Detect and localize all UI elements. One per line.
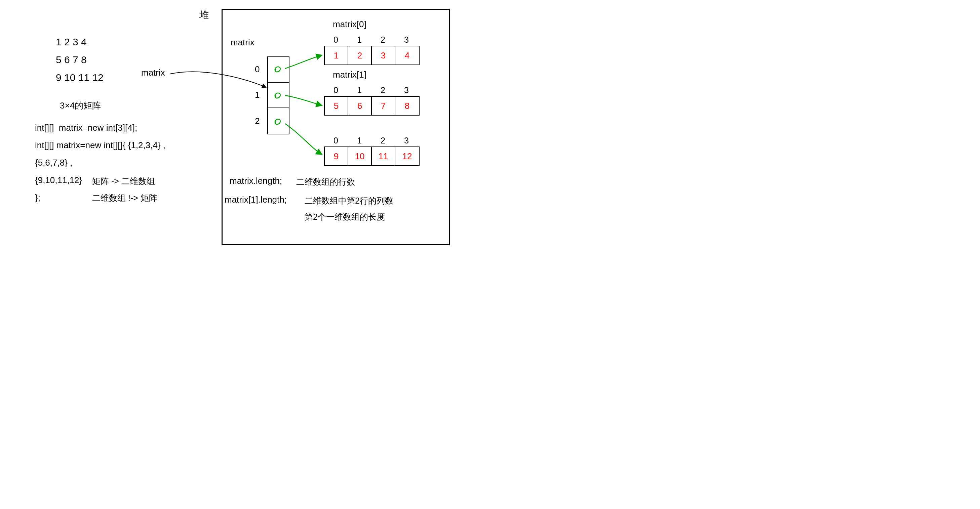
col-index: 3 xyxy=(395,85,418,95)
length-desc-3: 第2个一维数组的长度 xyxy=(305,211,385,223)
diagram-canvas: 堆 1 2 3 4 5 6 7 8 9 10 11 12 3×4的矩阵 int[… xyxy=(0,0,509,265)
row1-array: 5 6 7 8 xyxy=(324,96,420,116)
row1-indices: 0 1 2 3 xyxy=(324,85,418,95)
cell: 10 xyxy=(348,147,372,165)
matrix1-label: matrix[1] xyxy=(333,68,366,81)
row0-array: 1 2 3 4 xyxy=(324,46,420,65)
col-index: 3 xyxy=(395,35,418,45)
mapping-2: 二维数组 !-> 矩阵 xyxy=(92,192,158,204)
cell: 4 xyxy=(395,46,419,65)
cell: 7 xyxy=(372,97,395,115)
pointer-mark-icon xyxy=(273,91,283,100)
heap-title: 堆 xyxy=(199,8,209,22)
row0-indices: 0 1 2 3 xyxy=(324,35,418,45)
length-desc-2: 二维数组中第2行的列数 xyxy=(305,195,393,207)
cell: 6 xyxy=(348,97,372,115)
matrix-label-left: matrix xyxy=(141,67,165,79)
left-matrix-row-2: 9 10 11 12 xyxy=(56,71,103,85)
length-expr-2: matrix[1].length; xyxy=(224,193,287,206)
col-index: 2 xyxy=(371,136,395,146)
outer-index-1: 1 xyxy=(255,89,259,101)
col-index: 0 xyxy=(324,136,348,146)
matrix0-label: matrix[0] xyxy=(333,18,366,30)
left-matrix-row-1: 5 6 7 8 xyxy=(56,53,87,67)
cell: 11 xyxy=(372,147,395,165)
code-line-1: int[][] matrix=new int[3][4]; xyxy=(35,122,137,134)
col-index: 2 xyxy=(371,85,395,95)
length-desc-1: 二维数组的行数 xyxy=(296,176,355,188)
cell: 12 xyxy=(395,147,419,165)
col-index: 0 xyxy=(324,35,348,45)
cell: 9 xyxy=(325,147,348,165)
left-matrix-row-0: 1 2 3 4 xyxy=(56,35,87,49)
code-line-3: {5,6,7,8} , xyxy=(35,157,72,169)
dim-desc: 3×4的矩阵 xyxy=(60,100,101,111)
col-index: 0 xyxy=(324,85,348,95)
row2-array: 9 10 11 12 xyxy=(324,146,420,166)
cell: 8 xyxy=(395,97,419,115)
outer-index-2: 2 xyxy=(255,115,259,127)
row2-indices: 0 1 2 3 xyxy=(324,136,418,146)
col-index: 2 xyxy=(371,35,395,45)
code-line-5: }; xyxy=(35,192,40,204)
pointer-mark-icon xyxy=(273,65,283,73)
col-index: 1 xyxy=(348,136,371,146)
cell: 2 xyxy=(348,46,372,65)
cell: 5 xyxy=(325,97,348,115)
matrix-label-top: matrix xyxy=(231,36,255,48)
length-expr-1: matrix.length; xyxy=(230,175,282,187)
col-index: 3 xyxy=(395,136,418,146)
pointer-mark-icon xyxy=(273,117,283,126)
mapping-1: 矩阵 -> 二维数组 xyxy=(92,175,155,187)
cell: 1 xyxy=(325,46,348,65)
col-index: 1 xyxy=(348,35,371,45)
code-line-2: int[][] matrix=new int[][]{ {1,2,3,4} , xyxy=(35,139,165,151)
outer-index-0: 0 xyxy=(255,63,259,75)
cell: 3 xyxy=(372,46,395,65)
code-line-4: {9,10,11,12} xyxy=(35,174,82,186)
col-index: 1 xyxy=(348,85,371,95)
